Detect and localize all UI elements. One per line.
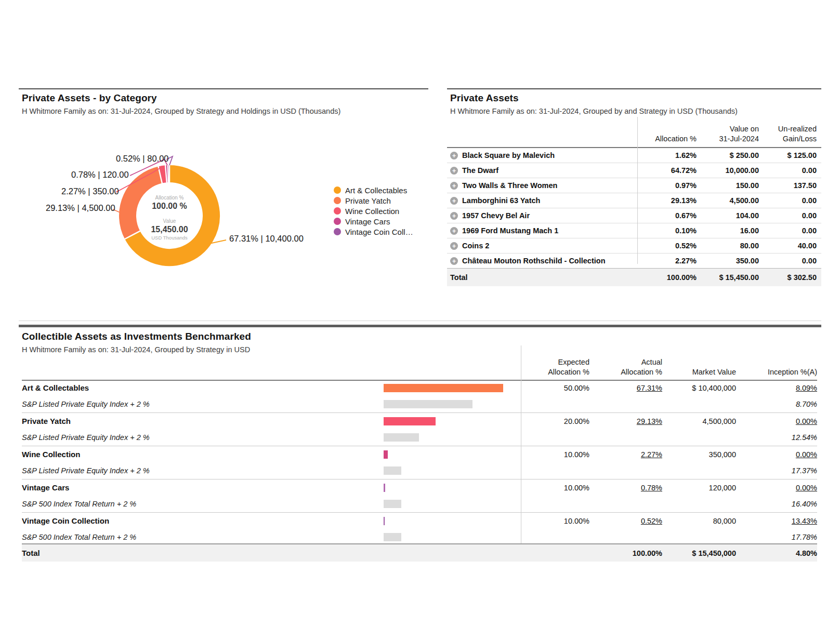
donut-center-allocation-label: Allocation % [117, 195, 221, 201]
holdings-table: Allocation % Value on31-Jul-2024 Un-real… [447, 117, 821, 286]
actual-allocation-bar [384, 450, 388, 459]
table-row: +1957 Chevy Bel Air0.67%104.000.00 [447, 208, 821, 223]
benchmark-index-name: S&P Listed Private Equity Index + 2 % [22, 466, 366, 475]
legend-item-0[interactable]: Art & Collectables [334, 185, 413, 195]
gain-loss-cell: 0.00 [759, 257, 817, 265]
holding-name: The Dwarf [462, 166, 498, 175]
expand-plus-icon[interactable]: + [450, 152, 458, 159]
expand-plus-icon[interactable]: + [450, 182, 458, 190]
value-cell: 80.00 [697, 242, 759, 250]
total-actual-allocation: 100.00% [589, 549, 662, 557]
asset-class-name: Private Yatch [22, 417, 366, 425]
actual-allocation-bar [384, 484, 385, 492]
segment-gap-line [168, 164, 168, 183]
expand-plus-icon[interactable]: + [450, 197, 458, 205]
callout-wine: 2.27% | 350.00 [61, 186, 119, 196]
panel-private-assets-table: Private Assets H Whitmore Family as on: … [447, 88, 821, 296]
market-value-cell: $ 10,400,000 [662, 384, 736, 392]
total-allocation: 100.00% [637, 273, 697, 282]
market-value-cell: 120,000 [662, 484, 736, 492]
dashboard-page: Private Assets - by Category H Whitmore … [0, 0, 840, 640]
actual-allocation-link[interactable]: 67.31% [589, 384, 662, 392]
legend-item-3[interactable]: Vintage Cars [334, 216, 413, 226]
legend-swatch-icon [334, 218, 341, 225]
total-inception: 4.80% [736, 549, 817, 557]
benchmark-table-header: ExpectedAllocation % ActualAllocation % … [22, 356, 817, 381]
value-cell: 150.00 [697, 181, 759, 190]
holding-name: 1969 Ford Mustang Mach 1 [462, 226, 558, 235]
donut-center-unit: USD Thousands [117, 235, 221, 241]
gain-loss-cell: 0.00 [759, 226, 817, 235]
actual-allocation-bar [384, 517, 385, 525]
benchmark-inception-cell: 8.70% [736, 400, 817, 408]
inception-return-link[interactable]: 0.00% [736, 450, 817, 459]
legend-swatch-icon [334, 228, 341, 235]
holding-name: Black Square by Malevich [462, 151, 555, 159]
panel-top-border [447, 88, 821, 89]
expand-plus-icon[interactable]: + [450, 167, 458, 175]
table-row: +1969 Ford Mustang Mach 10.10%16.000.00 [447, 223, 821, 238]
actual-allocation-link[interactable]: 0.78% [589, 484, 662, 492]
donut-center-allocation-value: 100.00 % [117, 202, 221, 211]
benchmark-index-name: S&P Listed Private Equity Index + 2 % [22, 400, 366, 408]
benchmark-inception-cell: 12.54% [736, 433, 817, 442]
benchmark-index-name: S&P 500 Index Total Return + 2 % [22, 500, 366, 508]
inception-return-link[interactable]: 13.43% [736, 517, 817, 525]
actual-allocation-link[interactable]: 2.27% [589, 450, 662, 459]
expand-plus-icon[interactable]: + [450, 257, 458, 265]
expected-allocation-cell: 10.00% [518, 517, 589, 525]
total-gain: $ 302.50 [759, 273, 817, 282]
benchmark-row-group: Vintage Coin CollectionS&P 500 Index Tot… [22, 512, 817, 545]
column-header-value-on: Value on31-Jul-2024 [697, 124, 759, 147]
legend-item-4[interactable]: Vintage Coin Coll… [334, 226, 413, 237]
market-value-cell: 4,500,000 [662, 417, 736, 425]
actual-allocation-link[interactable]: 29.13% [589, 417, 662, 425]
column-header-expected-allocation: ExpectedAllocation % [518, 357, 589, 380]
actual-allocation-bar [384, 417, 436, 425]
market-value-cell: 80,000 [662, 517, 736, 525]
inception-return-link[interactable]: 8.09% [736, 384, 817, 392]
actual-allocation-link[interactable]: 0.52% [589, 517, 662, 525]
legend-item-1[interactable]: Private Yatch [334, 195, 413, 206]
inception-return-link[interactable]: 0.00% [736, 484, 817, 492]
market-value-cell: 350,000 [662, 450, 736, 459]
benchmark-row-group: Wine CollectionS&P Listed Private Equity… [22, 446, 817, 479]
allocation-cell: 2.27% [637, 257, 697, 265]
asset-class-name: Art & Collectables [22, 383, 366, 392]
expand-plus-icon[interactable]: + [450, 242, 458, 250]
panel-subtitle: H Whitmore Family as on: 31-Jul-2024, Gr… [22, 345, 250, 354]
callout-art: 67.31% | 10,400.00 [229, 234, 304, 244]
expected-allocation-bar [384, 466, 401, 475]
total-label: Total [22, 549, 366, 557]
panel-title: Private Assets [450, 92, 519, 104]
table-row: +Two Walls & Three Women0.97%150.00137.5… [447, 178, 821, 193]
expand-plus-icon[interactable]: + [450, 227, 458, 235]
legend-item-2[interactable]: Wine Collection [334, 206, 413, 216]
column-header-actual-allocation: ActualAllocation % [589, 357, 662, 380]
panel-title: Collectible Assets as Investments Benchm… [22, 331, 251, 342]
expected-allocation-bar [384, 433, 419, 442]
expected-allocation-cell: 10.00% [518, 450, 589, 459]
gain-loss-cell: 40.00 [759, 242, 817, 250]
expected-allocation-bar [384, 400, 472, 408]
benchmark-inception-cell: 17.37% [736, 466, 817, 475]
expected-allocation-bar [384, 533, 401, 541]
legend-label: Wine Collection [345, 207, 399, 216]
table-row: +Black Square by Malevich1.62%$ 250.00$ … [447, 148, 821, 163]
callout-cars: 0.78% | 120.00 [71, 170, 129, 180]
legend-swatch-icon [334, 207, 341, 215]
gain-loss-cell: 0.00 [759, 196, 817, 205]
expand-plus-icon[interactable]: + [450, 212, 458, 220]
allocation-cell: 0.97% [637, 181, 697, 190]
column-header-market-value: Market Value [662, 367, 736, 380]
holdings-total-row: Total 100.00% $ 15,450.00 $ 302.50 [447, 268, 821, 286]
value-cell: 4,500.00 [697, 196, 759, 205]
holding-name: Château Mouton Rothschild - Collection [462, 257, 606, 265]
inception-return-link[interactable]: 0.00% [736, 417, 817, 425]
callout-yatch: 29.13% | 4,500.00 [46, 203, 115, 213]
donut-segment-2[interactable] [160, 174, 166, 175]
gain-loss-cell: 137.50 [759, 181, 817, 190]
allocation-cell: 0.10% [637, 226, 697, 235]
total-label: Total [447, 273, 637, 282]
benchmark-index-name: S&P Listed Private Equity Index + 2 % [22, 433, 366, 442]
